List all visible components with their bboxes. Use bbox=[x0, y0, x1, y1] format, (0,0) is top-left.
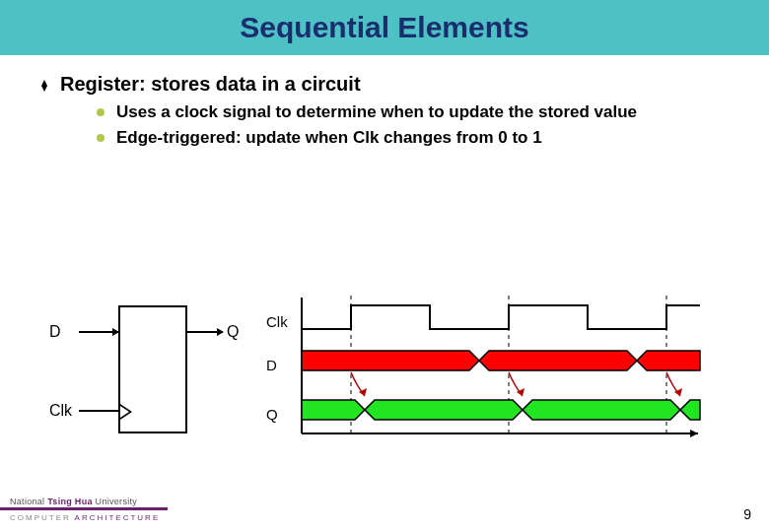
dot-bullet-icon bbox=[97, 108, 105, 116]
main-bullet-text: Register: stores data in a circuit bbox=[60, 73, 361, 96]
page-number: 9 bbox=[743, 506, 751, 522]
timing-d-waveform bbox=[302, 351, 700, 370]
svg-marker-12 bbox=[523, 400, 680, 420]
diamond-bullet-icon bbox=[39, 77, 48, 95]
sub-bullet-row: Edge-triggered: update when Clk changes … bbox=[97, 127, 730, 149]
register-clk-wire bbox=[79, 410, 118, 412]
svg-marker-10 bbox=[302, 400, 365, 420]
register-d-label: D bbox=[49, 323, 61, 341]
timing-d-label: D bbox=[266, 357, 277, 373]
svg-marker-13 bbox=[680, 400, 700, 420]
timing-q-label: Q bbox=[266, 406, 278, 423]
title-bar: Sequential Elements bbox=[0, 0, 769, 55]
diagram-area: D Clk Q Clk D Q bbox=[49, 296, 720, 453]
register-d-wire bbox=[79, 331, 118, 333]
register-clk-label: Clk bbox=[49, 402, 72, 420]
footer-dept-b: ARCHITECTURE bbox=[75, 513, 161, 522]
svg-marker-6 bbox=[637, 351, 700, 370]
timing-diagram: Clk D Q bbox=[296, 296, 710, 443]
main-bullet-row: Register: stores data in a circuit bbox=[39, 73, 730, 96]
svg-marker-5 bbox=[479, 351, 637, 370]
sub-bullet-row: Uses a clock signal to determine when to… bbox=[97, 101, 730, 123]
footer-uni-main: Tsing Hua bbox=[47, 497, 93, 506]
footer-department: COMPUTER ARCHITECTURE bbox=[10, 513, 160, 522]
svg-marker-15 bbox=[690, 430, 698, 437]
svg-marker-11 bbox=[365, 400, 523, 420]
register-box bbox=[118, 305, 187, 433]
footer-university: National Tsing Hua University bbox=[10, 497, 137, 506]
dot-bullet-icon bbox=[97, 134, 105, 142]
sub-bullet-text: Uses a clock signal to determine when to… bbox=[116, 101, 637, 123]
footer-dept-a: COMPUTER bbox=[10, 513, 71, 522]
sub-bullet-list: Uses a clock signal to determine when to… bbox=[97, 101, 730, 149]
footer-divider bbox=[0, 507, 168, 510]
register-q-wire bbox=[187, 331, 223, 333]
footer-uni-prefix: National bbox=[10, 497, 47, 506]
clock-edge-icon bbox=[120, 404, 132, 420]
timing-svg bbox=[296, 296, 710, 443]
svg-marker-4 bbox=[302, 351, 479, 370]
footer-uni-suffix: University bbox=[93, 497, 137, 506]
timing-clk-label: Clk bbox=[266, 313, 288, 330]
timing-q-waveform bbox=[302, 400, 700, 420]
content-area: Register: stores data in a circuit Uses … bbox=[0, 55, 769, 149]
slide-title: Sequential Elements bbox=[240, 11, 528, 44]
sub-bullet-text: Edge-triggered: update when Clk changes … bbox=[116, 127, 542, 149]
edge-arrows bbox=[351, 372, 682, 396]
footer: National Tsing Hua University COMPUTER A… bbox=[0, 489, 769, 532]
register-q-label: Q bbox=[227, 323, 239, 341]
